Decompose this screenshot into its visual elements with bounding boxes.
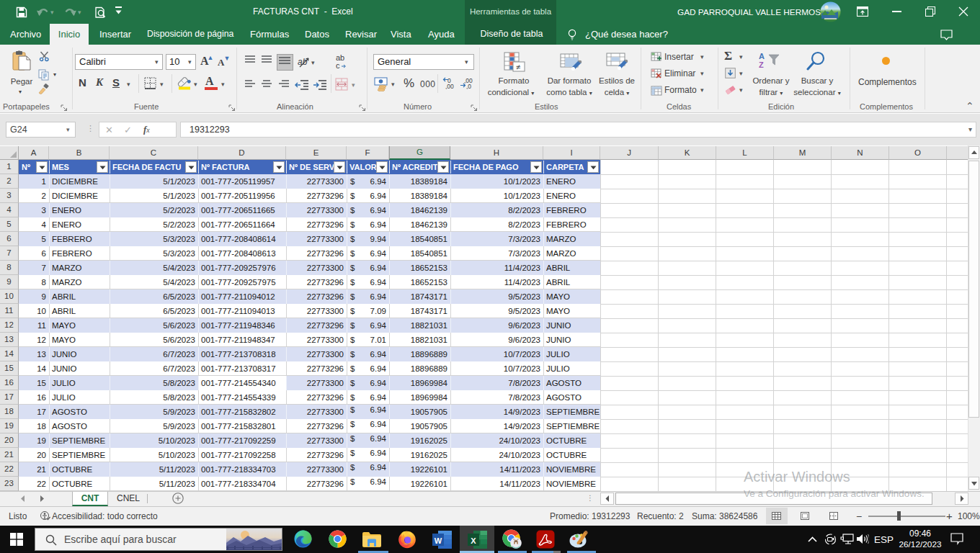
svg-text:X: X xyxy=(471,536,476,545)
svg-text:,00: ,00 xyxy=(445,83,454,89)
svg-text:W: W xyxy=(435,536,442,545)
svg-text:c: c xyxy=(336,61,340,70)
svg-text:A: A xyxy=(759,52,765,60)
svg-text:Z: Z xyxy=(759,60,764,69)
svg-text:,0: ,0 xyxy=(466,83,471,89)
svg-text:≠: ≠ xyxy=(516,63,520,71)
